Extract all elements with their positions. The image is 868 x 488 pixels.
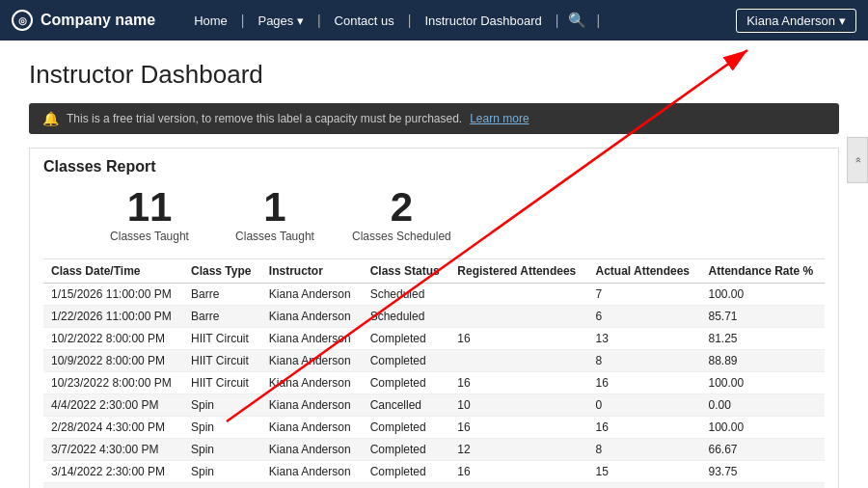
filters-chevron-icon: »	[852, 157, 863, 163]
trial-banner: 🔔 This is a free trial version, to remov…	[29, 103, 839, 134]
table-cell: 10/2/2022 8:00:00 PM	[43, 328, 183, 350]
table-cell: 0	[587, 394, 700, 417]
table-row: 4/4/2022 2:30:00 PMSpinKiana AndersonCan…	[43, 394, 825, 417]
table-cell: 1/22/2026 11:00:00 PM	[43, 306, 183, 328]
stat-classes-taught-11: 11 Classes Taught	[101, 187, 198, 243]
table-cell: 12	[449, 439, 587, 461]
table-cell: 16	[449, 328, 587, 350]
report-title: Classes Report	[43, 158, 825, 176]
table-row: 10/9/2022 8:00:00 PMHIIT CircuitKiana An…	[43, 350, 825, 372]
nav-instructor-dashboard[interactable]: Instructor Dashboard	[411, 14, 555, 28]
table-cell: Kiana Anderson	[261, 439, 363, 461]
search-icon[interactable]: 🔍	[558, 12, 596, 29]
table-row: 1/15/2026 11:00:00 PMBarreKiana Anderson…	[43, 284, 825, 306]
table-cell: Kiana Anderson	[261, 306, 363, 328]
stat-classes-taught-1: 1 Classes Taught	[227, 187, 323, 243]
table-cell: 16	[449, 417, 587, 439]
stat-label-scheduled: Classes Scheduled	[352, 230, 451, 243]
table-row: 10/2/2022 8:00:00 PMHIIT CircuitKiana An…	[43, 328, 825, 350]
table-cell	[449, 284, 587, 306]
table-cell: Spin	[183, 439, 261, 461]
navbar: ◎ Company name Home | Pages ▾ | Contact …	[0, 0, 868, 41]
table-cell	[449, 306, 587, 328]
table-cell: Scheduled	[363, 284, 450, 306]
main-content: Instructor Dashboard 🔔 This is a free tr…	[0, 41, 868, 488]
table-cell: 16	[449, 483, 587, 489]
table-cell: 100.00	[700, 284, 825, 306]
nav-links: Home | Pages ▾ | Contact us | Instructor…	[180, 12, 730, 29]
table-cell: 1/15/2026 11:00:00 PM	[43, 284, 183, 306]
table-cell: 81.25	[700, 328, 825, 350]
table-cell: 13	[587, 328, 700, 350]
table-cell: Completed	[363, 461, 450, 483]
table-cell: 10/23/2022 8:00:00 PM	[43, 372, 183, 394]
table-row: 1/22/2026 11:00:00 PMBarreKiana Anderson…	[43, 306, 825, 328]
table-cell: Kiana Anderson	[261, 394, 363, 417]
table-row: 3/14/2022 2:30:00 PMSpinKiana AndersonCo…	[43, 461, 825, 483]
table-cell: Barre	[183, 284, 261, 306]
table-cell: Spin	[183, 483, 261, 489]
trial-banner-text: This is a free trial version, to remove …	[67, 112, 462, 125]
table-cell: 93.75	[700, 461, 825, 483]
table-cell: 4/4/2022 2:30:00 PM	[43, 394, 183, 417]
report-section: Classes Report 11 Classes Taught 1 Class…	[29, 148, 839, 488]
table-cell: Spin	[183, 417, 261, 439]
table-cell: 100.00	[700, 372, 825, 394]
table-cell: 15	[587, 483, 700, 489]
user-menu-button[interactable]: Kiana Anderson ▾	[736, 9, 856, 33]
table-cell: Completed	[363, 417, 450, 439]
learn-more-link[interactable]: Learn more	[470, 112, 529, 125]
table-cell: Completed	[363, 350, 450, 372]
table-cell: 16	[587, 417, 700, 439]
company-name: Company name	[41, 12, 155, 29]
table-cell: Kiana Anderson	[261, 417, 363, 439]
table-cell: Kiana Anderson	[261, 350, 363, 372]
col-datetime: Class Date/Time	[43, 259, 183, 284]
table-cell: HIIT Circuit	[183, 328, 261, 350]
stat-classes-scheduled: 2 Classes Scheduled	[352, 187, 451, 243]
table-cell: Kiana Anderson	[261, 284, 363, 306]
table-cell: Completed	[363, 483, 450, 489]
stat-number-1: 1	[227, 187, 323, 228]
table-cell: 88.89	[700, 350, 825, 372]
table-cell: Cancelled	[363, 394, 450, 417]
table-cell: Spin	[183, 394, 261, 417]
table-cell: Completed	[363, 372, 450, 394]
page-title: Instructor Dashboard	[29, 60, 839, 90]
table-cell: Spin	[183, 461, 261, 483]
table-cell: HIIT Circuit	[183, 350, 261, 372]
table-body: 1/15/2026 11:00:00 PMBarreKiana Anderson…	[43, 284, 825, 489]
table-header-row: Class Date/Time Class Type Instructor Cl…	[43, 259, 825, 284]
table-cell: 0.00	[700, 394, 825, 417]
table-wrapper: Class Date/Time Class Type Instructor Cl…	[43, 258, 825, 488]
table-cell: 7	[587, 284, 700, 306]
nav-sep-5: |	[596, 13, 600, 28]
table-cell: 6	[587, 306, 700, 328]
user-name: Kiana Anderson	[746, 14, 835, 28]
table-cell: 2/28/2024 4:30:00 PM	[43, 417, 183, 439]
table-cell: HIIT Circuit	[183, 372, 261, 394]
table-cell: 3/14/2022 2:30:00 PM	[43, 461, 183, 483]
table-cell: Kiana Anderson	[261, 483, 363, 489]
table-cell: 10	[449, 394, 587, 417]
nav-pages[interactable]: Pages ▾	[244, 14, 317, 28]
table-cell: 3/7/2022 4:30:00 PM	[43, 439, 183, 461]
filters-sidebar[interactable]: » Filters	[847, 137, 868, 183]
user-chevron-icon: ▾	[839, 14, 846, 28]
table-cell: Kiana Anderson	[261, 461, 363, 483]
nav-home[interactable]: Home	[180, 14, 241, 28]
table-cell: Completed	[363, 439, 450, 461]
col-type: Class Type	[183, 259, 261, 284]
table-cell: 66.67	[700, 439, 825, 461]
col-actual: Actual Attendees	[587, 259, 700, 284]
table-row: 3/21/2022 2:30:00 PMSpinKiana AndersonCo…	[43, 483, 825, 489]
stat-label-taught-11: Classes Taught	[101, 230, 198, 243]
table-cell	[449, 350, 587, 372]
table-cell: Barre	[183, 306, 261, 328]
table-cell: Kiana Anderson	[261, 328, 363, 350]
stats-row: 11 Classes Taught 1 Classes Taught 2 Cla…	[43, 187, 825, 243]
nav-contact[interactable]: Contact us	[321, 14, 408, 28]
table-cell: 10/9/2022 8:00:00 PM	[43, 350, 183, 372]
table-cell: 16	[449, 461, 587, 483]
stat-label-taught-1: Classes Taught	[227, 230, 323, 243]
